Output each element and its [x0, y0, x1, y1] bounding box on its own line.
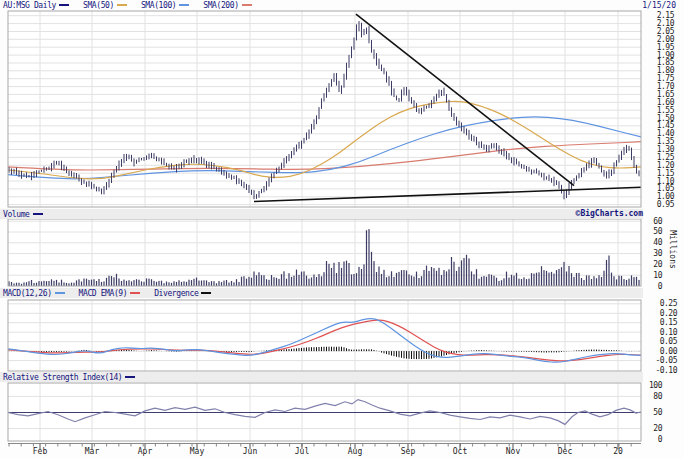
macd-swatch [55, 292, 65, 294]
symbol-label: AU:MSG Daily [3, 1, 56, 10]
sma100-swatch [179, 4, 189, 6]
volume-y-tick-label: 50 [644, 227, 662, 236]
month-tick-label: Nov [499, 447, 527, 456]
macd-y-tick-label: 0.00 [644, 347, 677, 356]
divergence-swatch [201, 292, 211, 294]
month-tick-label: Oct [446, 447, 474, 456]
sma50-legend-item: SMA(50) [83, 1, 127, 10]
month-tick-label: Sep [394, 447, 422, 456]
rsi-y-tick-label: 20 [644, 424, 662, 433]
macd-y-tick-label: 0.20 [644, 309, 677, 318]
sma50-label: SMA(50) [83, 1, 114, 10]
bigcharts-chart-page: AU:MSG Daily SMA(50) SMA(100) SMA(200) 1… [0, 0, 684, 458]
macd-ema-swatch [130, 292, 140, 294]
volume-y-tick-label: 60 [644, 217, 662, 226]
price-y-tick-label: 0.95 [644, 200, 674, 209]
month-tick-label: Mar [78, 447, 106, 456]
macd-y-tick-label: 0.10 [644, 328, 677, 337]
month-tick-label: Aug [341, 447, 369, 456]
sma200-label: SMA(200) [203, 1, 238, 10]
millions-axis-label: Millions [668, 228, 677, 272]
volume-y-tick-label: 30 [644, 249, 662, 258]
rsi-label: Relative Strength Index(14) [3, 373, 122, 382]
month-tick-label: Jun [236, 447, 264, 456]
macd-y-tick-label: -0.10 [644, 366, 677, 375]
rsi-y-tick-label: 100 [644, 381, 662, 390]
macd-ema-label: MACD EMA(9) [79, 289, 128, 298]
price-legend-row: AU:MSG Daily SMA(50) SMA(100) SMA(200) [3, 0, 252, 10]
volume-y-tick-label: 40 [644, 238, 662, 247]
divergence-label: Divergence [154, 289, 198, 298]
rsi-swatch [125, 376, 135, 378]
month-tick-label: Feb [26, 447, 54, 456]
sma100-label: SMA(100) [141, 1, 176, 10]
macd-y-tick-label: -0.05 [644, 356, 677, 365]
macd-y-tick-label: 0.15 [644, 318, 677, 327]
divergence-legend-item: Divergence [154, 289, 211, 298]
last-date-label: 1/15/20 [642, 1, 676, 10]
chart-svg [0, 0, 684, 458]
macd-y-tick-label: 0.25 [644, 299, 677, 308]
rsi-strip: Relative Strength Index(14) [0, 372, 643, 382]
symbol-legend-item: AU:MSG Daily [3, 1, 69, 10]
macd-ema-legend-item: MACD EMA(9) [79, 289, 141, 298]
macd-label: MACD(12,26) [3, 289, 52, 298]
sma200-swatch [242, 4, 252, 6]
rsi-y-tick-label: 50 [644, 408, 662, 417]
macd-legend-item: MACD(12,26) [3, 289, 65, 298]
month-tick-label: Apr [131, 447, 159, 456]
month-tick-label: Jul [288, 447, 316, 456]
month-tick-label: May [183, 447, 211, 456]
sma100-legend-item: SMA(100) [141, 1, 189, 10]
rsi-y-tick-label: 80 [644, 392, 662, 401]
month-tick-label: 20 [604, 447, 632, 456]
month-tick-label: Dec [551, 447, 579, 456]
volume-y-tick-label: 20 [644, 260, 662, 269]
volume-y-tick-label: 0 [644, 282, 662, 291]
copyright-label: ©BigCharts.com [0, 209, 643, 218]
sma200-legend-item: SMA(200) [203, 1, 251, 10]
macd-y-tick-label: 0.05 [644, 337, 677, 346]
volume-y-tick-label: 10 [644, 271, 662, 280]
macd-strip: MACD(12,26) MACD EMA(9) Divergence [0, 288, 643, 298]
rsi-legend-item: Relative Strength Index(14) [3, 373, 135, 382]
sma50-swatch [117, 4, 127, 6]
rsi-y-tick-label: 0 [644, 435, 662, 444]
price-series-swatch [59, 4, 69, 6]
